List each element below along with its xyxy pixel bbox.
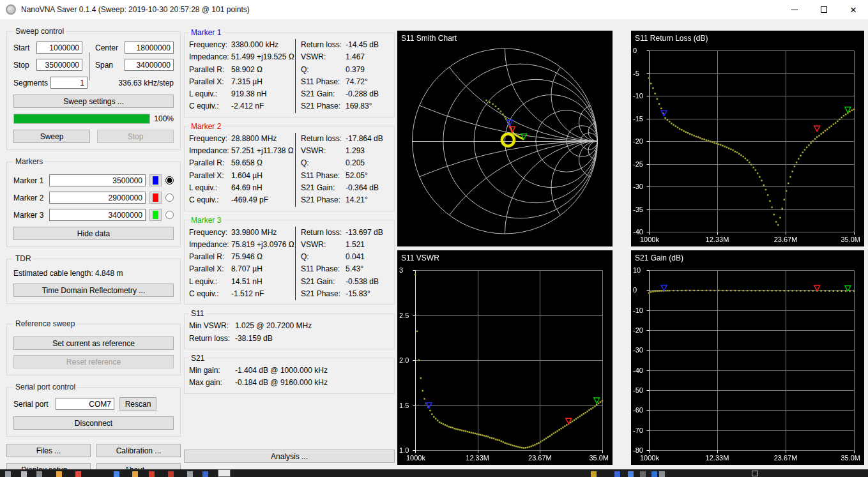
taskbar-app-icon[interactable] (628, 471, 634, 477)
sweep-button[interactable]: Sweep (13, 130, 90, 143)
hide-data-button[interactable]: Hide data (13, 227, 174, 240)
rescan-button[interactable]: Rescan (119, 397, 156, 411)
files-button[interactable]: Files ... (6, 444, 91, 457)
cable-length-label: Estimated cable length: (13, 269, 93, 278)
marker-frequency-input[interactable] (49, 174, 146, 186)
detail-label: S11 Phase: (301, 170, 346, 182)
taskbar-app-icon[interactable] (5, 471, 11, 477)
taskbar-app-icon[interactable] (591, 471, 597, 477)
detail-value: -1.512 nF (231, 288, 264, 300)
detail-label: Return loss: (301, 133, 346, 145)
detail-row: S21 Phase: 14.21° (301, 194, 390, 206)
detail-value: -469.49 pF (231, 194, 268, 206)
tdr-legend: TDR (13, 254, 33, 263)
detail-row: Impedance: 57.251 +j11.738 Ω (189, 145, 295, 157)
marker-control-row: Marker 3 (13, 209, 174, 221)
detail-value: -0.288 dB (346, 88, 379, 100)
taskbar-app-icon[interactable] (168, 471, 174, 477)
marker-rows: Marker 1 Marker 2 Marker 3 (13, 174, 174, 221)
s11-summary-title: S11 (189, 309, 206, 318)
serial-port-input[interactable] (56, 398, 114, 410)
analysis-button[interactable]: Analysis ... (184, 450, 395, 463)
taskbar-app-icon[interactable] (114, 471, 119, 477)
detail-label: Impedance: (189, 239, 231, 251)
segments-label: Segments (13, 79, 50, 87)
marker-control-row: Marker 2 (13, 192, 174, 204)
taskbar-tray-window-icon[interactable] (752, 471, 758, 476)
cable-length-value: 4.848 m (95, 269, 123, 278)
s21-summary-panel: S21 Min gain: -1.404 dB @ 1000.000 kHz M… (184, 354, 395, 394)
marker-detail-panel: Marker 3 Frequency: 33.9800 MHz Impedanc… (184, 216, 395, 305)
taskbar-app-icon[interactable] (21, 471, 27, 477)
detail-label: Return loss: (301, 227, 346, 239)
detail-value: 169.83° (346, 100, 372, 112)
detail-value: 59.658 Ω (231, 157, 263, 169)
s11-return-loss-canvas[interactable] (631, 31, 864, 246)
s11-smith-chart-canvas[interactable] (397, 31, 613, 246)
taskbar-app-icon[interactable] (659, 471, 665, 477)
stop-button[interactable]: Stop (97, 130, 174, 143)
detail-label: Impedance: (189, 145, 231, 157)
marker-color-swatch[interactable] (149, 192, 162, 204)
detail-label: Parallel X: (189, 170, 231, 182)
close-button[interactable]: × (839, 0, 868, 19)
maximize-button[interactable] (809, 0, 839, 19)
sweep-settings-button[interactable]: Sweep settings ... (13, 95, 174, 108)
marker-frequency-input[interactable] (49, 192, 146, 204)
detail-value: 919.38 nH (231, 88, 266, 100)
taskbar-app-icon[interactable] (187, 471, 193, 477)
detail-row: Return loss: -38.159 dB (189, 333, 390, 345)
detail-col-right: Return loss: -17.864 dB VSWR: 1.293 Q: 0… (295, 133, 390, 207)
taskbar-app-icon[interactable] (202, 471, 208, 477)
taskbar-app-icon[interactable] (36, 471, 42, 477)
detail-label: L equiv.: (189, 276, 231, 288)
span-input[interactable] (125, 59, 174, 71)
detail-label: Min gain: (189, 365, 235, 377)
reset-reference-button[interactable]: Reset reference (13, 355, 174, 368)
calibration-button[interactable]: Calibration ... (96, 444, 181, 457)
span-label: Span (95, 61, 125, 70)
marker-color-swatch[interactable] (149, 174, 162, 186)
detail-row: C equiv.: -2.412 nF (189, 100, 295, 112)
segments-input[interactable] (50, 77, 88, 89)
s11-vswr-canvas[interactable] (397, 250, 613, 465)
marker-frequency-input[interactable] (49, 209, 146, 221)
marker-label: Marker 3 (13, 211, 45, 220)
taskbar-app-icon[interactable] (640, 471, 646, 477)
detail-value: -0.538 dB (346, 276, 379, 288)
marker-select-radio[interactable] (165, 211, 174, 219)
detail-value: -14.45 dB (346, 39, 379, 51)
detail-label: S11 Phase: (301, 263, 346, 275)
marker-color-fill (153, 176, 158, 185)
taskbar-app-icon[interactable] (75, 471, 81, 477)
detail-value: 58.902 Ω (231, 64, 263, 76)
taskbar-app-icon[interactable] (651, 471, 657, 477)
window-controls: × (780, 0, 868, 19)
minimize-button[interactable] (780, 0, 809, 19)
detail-row: S21 Gain: -0.538 dB (301, 276, 390, 288)
taskbar-active-window-button[interactable] (218, 469, 231, 477)
start-input[interactable] (36, 42, 82, 54)
markers-legend: Markers (13, 157, 45, 166)
set-reference-button[interactable]: Set current as reference (13, 337, 174, 350)
marker-color-swatch[interactable] (149, 209, 162, 221)
taskbar-app-icon[interactable] (56, 471, 62, 477)
windows-taskbar[interactable] (0, 469, 868, 477)
tdr-button[interactable]: Time Domain Reflectometry ... (13, 284, 174, 297)
detail-row: Q: 0.205 (301, 157, 390, 169)
marker-color-fill (153, 193, 158, 202)
stop-input[interactable] (36, 59, 82, 71)
markers-group: Markers Marker 1 Marker 2 Marker 3 Hide … (6, 157, 181, 247)
marker-select-radio[interactable] (165, 193, 174, 202)
taskbar-app-icon[interactable] (614, 471, 620, 477)
taskbar-app-icon[interactable] (132, 471, 138, 477)
marker-select-radio[interactable] (165, 176, 174, 185)
taskbar-app-icon[interactable] (149, 471, 155, 477)
disconnect-button[interactable]: Disconnect (13, 416, 174, 430)
center-input[interactable] (125, 42, 174, 54)
marker-detail-panel: Marker 1 Frequency: 3380.000 kHz Impedan… (184, 28, 395, 117)
detail-row: Frequency: 3380.000 kHz (189, 39, 295, 51)
s21-gain-canvas[interactable] (631, 250, 864, 465)
detail-label: Parallel R: (189, 64, 231, 76)
reference-sweep-legend: Reference sweep (13, 319, 77, 328)
